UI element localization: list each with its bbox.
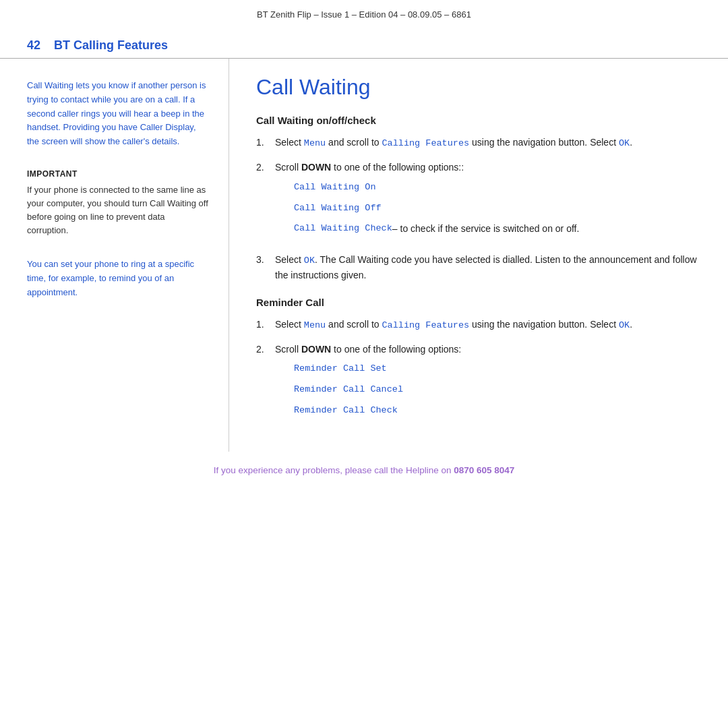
- left-note-1: Call Waiting lets you know if another pe…: [27, 79, 208, 149]
- steps-list-2: 1. Select Menu and scroll to Calling Fea…: [256, 318, 701, 425]
- option-call-waiting-check: Call Waiting Check – to check if the ser…: [294, 222, 701, 237]
- footer-text-bold: 0870 605 8047: [454, 465, 514, 475]
- option-call-waiting-off: Call Waiting Off: [294, 202, 701, 216]
- reminder-step-2: 2. Scroll DOWN to one of the following o…: [256, 342, 701, 425]
- step-1-content: Select Menu and scroll to Calling Featur…: [275, 136, 701, 151]
- content-area: Call Waiting lets you know if another pe…: [0, 59, 728, 452]
- options-list-2: Reminder Call Set Reminder Call Cancel R…: [294, 362, 701, 418]
- important-text: If your phone is connected to the same l…: [27, 183, 208, 238]
- step-2-content: Scroll DOWN to one of the following opti…: [275, 160, 701, 243]
- step-1-number: 1.: [256, 136, 275, 150]
- section-call-waiting: Call Waiting on/off/check 1. Select Menu…: [256, 115, 701, 283]
- important-label: IMPORTANT: [27, 168, 208, 181]
- left-note-2: You can set your phone to ring at a spec…: [27, 258, 208, 299]
- option-reminder-set: Reminder Call Set: [294, 362, 701, 376]
- main-heading: Call Waiting: [256, 75, 701, 100]
- subsection-2-heading: Reminder Call: [256, 297, 701, 308]
- ok-link-3: OK: [619, 320, 630, 330]
- calling-features-link-1: Calling Features: [382, 138, 469, 148]
- option-reminder-cancel: Reminder Call Cancel: [294, 383, 701, 397]
- menu-link-2: Menu: [304, 320, 326, 330]
- option-reminder-check: Reminder Call Check: [294, 404, 701, 418]
- down-bold-2: DOWN: [301, 344, 331, 355]
- reminder-step-2-number: 2.: [256, 342, 275, 357]
- step-2-number: 2.: [256, 160, 275, 175]
- reminder-step-2-content: Scroll DOWN to one of the following opti…: [275, 342, 701, 425]
- left-column: Call Waiting lets you know if another pe…: [0, 59, 229, 452]
- down-bold-1: DOWN: [301, 162, 331, 173]
- reminder-step-1: 1. Select Menu and scroll to Calling Fea…: [256, 318, 701, 333]
- option-call-waiting-on: Call Waiting On: [294, 181, 701, 195]
- right-column: Call Waiting Call Waiting on/off/check 1…: [229, 59, 728, 452]
- calling-features-link-2: Calling Features: [382, 320, 469, 330]
- footer-text-normal: If you experience any problems, please c…: [214, 465, 454, 475]
- section-reminder-call: Reminder Call 1. Select Menu and scroll …: [256, 297, 701, 425]
- reminder-step-1-content: Select Menu and scroll to Calling Featur…: [275, 318, 701, 333]
- steps-list-1: 1. Select Menu and scroll to Calling Fea…: [256, 136, 701, 283]
- header-text: BT Zenith Flip – Issue 1 – Edition 04 – …: [257, 9, 471, 20]
- page-header: BT Zenith Flip – Issue 1 – Edition 04 – …: [0, 0, 728, 26]
- page-number: 42: [27, 38, 40, 53]
- page-footer: If you experience any problems, please c…: [0, 452, 728, 486]
- subsection-1-heading: Call Waiting on/off/check: [256, 115, 701, 126]
- page-section-title: BT Calling Features: [54, 38, 168, 53]
- ok-link-1: OK: [619, 138, 630, 148]
- important-section: IMPORTANT If your phone is connected to …: [27, 168, 208, 237]
- reminder-step-1-number: 1.: [256, 318, 275, 332]
- step-2: 2. Scroll DOWN to one of the following o…: [256, 160, 701, 243]
- step-3-content: Select OK. The Call Waiting code you hav…: [275, 253, 701, 283]
- step-1: 1. Select Menu and scroll to Calling Fea…: [256, 136, 701, 151]
- ok-link-2: OK: [304, 256, 315, 266]
- menu-link-1: Menu: [304, 138, 326, 148]
- step-3: 3. Select OK. The Call Waiting code you …: [256, 253, 701, 283]
- page-title-row: 42 BT Calling Features: [0, 26, 728, 59]
- step-3-number: 3.: [256, 253, 275, 268]
- options-list-1: Call Waiting On Call Waiting Off Call Wa…: [294, 181, 701, 237]
